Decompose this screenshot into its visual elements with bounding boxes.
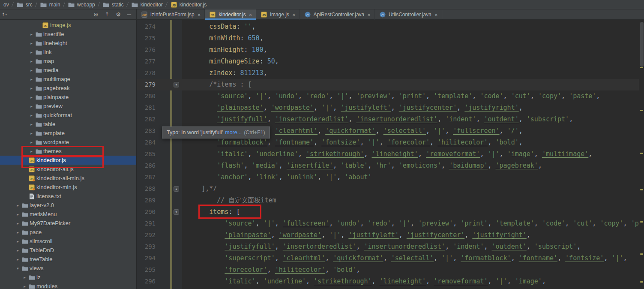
line-number: 295 bbox=[137, 264, 156, 276]
fold-marker-icon[interactable]: ▴ bbox=[174, 186, 179, 192]
breadcrumb-item[interactable]: src bbox=[14, 0, 35, 9]
tree-item-image.js[interactable]: JSimage.js bbox=[0, 21, 136, 30]
code-editor[interactable]: 274 cssData: '',275 minWidth: 650,276 mi… bbox=[137, 20, 644, 289]
folder-icon bbox=[16, 2, 24, 7]
chevron-right-icon[interactable]: ▸ bbox=[15, 257, 21, 262]
chevron-right-icon[interactable]: ▸ bbox=[28, 104, 35, 108]
tree-item-insertfile[interactable]: ▸insertfile bbox=[0, 30, 136, 39]
breadcrumb-item[interactable]: kindeditor bbox=[129, 0, 165, 9]
editor-tab[interactable]: JSPlzInfoPushForm.jsp× bbox=[137, 9, 205, 20]
line-number: 279 bbox=[137, 79, 156, 90]
editor-tab[interactable]: JSimage.js× bbox=[256, 9, 300, 20]
chevron-right-icon[interactable]: ▸ bbox=[28, 50, 35, 54]
editor-tab[interactable]: CUtilsController.java× bbox=[375, 9, 442, 20]
navigation-bar: ovsrcmainwebappstatickindeditorJSkindedi… bbox=[0, 0, 644, 9]
tree-item-quickformat[interactable]: ▸quickformat bbox=[0, 111, 136, 120]
chevron-right-icon[interactable]: ▸ bbox=[21, 275, 28, 280]
breadcrumb-item[interactable]: ov bbox=[1, 0, 11, 9]
tree-item-layer-v2.0[interactable]: ▸layer-v2.0 bbox=[0, 201, 136, 210]
breadcrumb-item[interactable]: main bbox=[38, 0, 63, 9]
chevron-right-icon[interactable]: ▸ bbox=[15, 221, 21, 226]
chevron-right-icon[interactable]: ▸ bbox=[15, 230, 21, 235]
chevron-right-icon[interactable]: ▸ bbox=[15, 239, 21, 244]
tree-item-map[interactable]: ▸map bbox=[0, 57, 136, 66]
chevron-right-icon[interactable]: ▸ bbox=[28, 32, 35, 36]
tree-item-media[interactable]: ▸media bbox=[0, 66, 136, 75]
folder-icon bbox=[35, 131, 42, 136]
close-tab-icon[interactable]: × bbox=[367, 12, 371, 18]
chevron-right-icon[interactable]: ▸ bbox=[28, 122, 35, 126]
chevron-down-icon[interactable]: ▾ bbox=[15, 266, 21, 271]
tree-item-kindeditor-all-min.js[interactable]: JSkindeditor-all-min.js bbox=[0, 174, 136, 183]
close-tab-icon[interactable]: × bbox=[249, 12, 252, 18]
chevron-right-icon[interactable]: ▸ bbox=[28, 140, 35, 144]
chevron-right-icon[interactable]: ▸ bbox=[21, 284, 28, 289]
breadcrumb-separator-icon bbox=[11, 2, 14, 7]
tree-item-slimscroll[interactable]: ▸slimscroll bbox=[0, 237, 136, 246]
chevron-right-icon[interactable]: ▸ bbox=[28, 131, 35, 135]
tooltip-more-link[interactable]: more... bbox=[225, 129, 242, 135]
editor-tab[interactable]: JSkindeditor.js× bbox=[205, 9, 256, 20]
project-selector[interactable]: t ▾ bbox=[3, 12, 7, 18]
chevron-right-icon[interactable]: ▸ bbox=[15, 212, 21, 217]
tree-item-pace[interactable]: ▸pace bbox=[0, 228, 136, 237]
fold-marker-icon[interactable]: ▾ bbox=[174, 82, 179, 87]
fold-marker-icon[interactable]: ▾ bbox=[174, 209, 179, 215]
tree-item-kindeditor-min.js[interactable]: JSkindeditor-min.js bbox=[0, 183, 136, 192]
tree-item-plainpaste[interactable]: ▸plainpaste bbox=[0, 93, 136, 102]
code-line: 294 'superscript', 'clearhtml', 'quickfo… bbox=[137, 253, 644, 264]
close-tab-icon[interactable]: × bbox=[198, 12, 201, 18]
chevron-right-icon[interactable]: ▸ bbox=[28, 95, 35, 99]
tree-item-modules[interactable]: ▸modules bbox=[0, 282, 136, 289]
tree-item-label: preview bbox=[43, 103, 63, 109]
breadcrumb-label: kindeditor.js bbox=[180, 2, 207, 8]
tree-item-views[interactable]: ▾views bbox=[0, 264, 136, 273]
breadcrumb-item[interactable]: JSkindeditor.js bbox=[168, 0, 209, 9]
svg-text:JS: JS bbox=[172, 3, 176, 6]
close-tab-icon[interactable]: × bbox=[292, 12, 296, 18]
tree-item-TableDnD[interactable]: ▸TableDnD bbox=[0, 246, 136, 255]
collapse-all-icon[interactable]: ↥ bbox=[105, 9, 109, 20]
js-file-icon: JS bbox=[170, 2, 178, 8]
folder-icon bbox=[21, 221, 29, 226]
tree-item-My97DatePicker[interactable]: ▸My97DatePicker bbox=[0, 219, 136, 228]
code-text: minHeight: 100, bbox=[182, 44, 267, 56]
tree-item-lineheight[interactable]: ▸lineheight bbox=[0, 39, 136, 48]
tree-item-wordpaste[interactable]: ▸wordpaste bbox=[0, 138, 136, 147]
chevron-right-icon[interactable]: ▸ bbox=[28, 113, 35, 117]
tree-item-preview[interactable]: ▸preview bbox=[0, 102, 136, 111]
chevron-right-icon[interactable]: ▸ bbox=[28, 77, 35, 81]
chevron-right-icon[interactable]: ▸ bbox=[15, 203, 21, 208]
line-number: 285 bbox=[137, 148, 156, 160]
chevron-right-icon[interactable]: ▸ bbox=[28, 68, 35, 72]
scrollbar-thumb[interactable] bbox=[640, 22, 644, 67]
locate-icon[interactable]: ⊗ bbox=[93, 9, 98, 20]
breadcrumb-item[interactable]: webapp bbox=[66, 0, 97, 9]
code-text: 'anchor', 'link', 'unlink', '|', 'about' bbox=[182, 172, 372, 183]
tree-item-label: kindeditor-min.js bbox=[36, 184, 77, 190]
hide-panel-icon[interactable]: ─ bbox=[127, 9, 131, 20]
line-number: 284 bbox=[137, 137, 156, 148]
chevron-right-icon[interactable]: ▸ bbox=[28, 41, 35, 45]
tree-item-pagebreak[interactable]: ▸pagebreak bbox=[0, 84, 136, 93]
close-tab-icon[interactable]: × bbox=[434, 12, 438, 18]
chevron-right-icon[interactable]: ▸ bbox=[28, 59, 35, 63]
breadcrumb-item[interactable]: static bbox=[100, 0, 126, 9]
editor-tab[interactable]: CApiRestController.java× bbox=[300, 9, 375, 20]
tree-item-metisMenu[interactable]: ▸metisMenu bbox=[0, 210, 136, 219]
tree-item-license.txt[interactable]: license.txt bbox=[0, 192, 136, 201]
breadcrumb-separator-icon bbox=[126, 2, 129, 7]
code-line: 278 zIndex: 811213, bbox=[137, 67, 644, 79]
settings-gear-icon[interactable]: ⚙ bbox=[116, 9, 121, 20]
tree-item-template[interactable]: ▸template bbox=[0, 129, 136, 138]
tree-item-lz[interactable]: ▸lz bbox=[0, 273, 136, 282]
tree-item-treeTable[interactable]: ▸treeTable bbox=[0, 255, 136, 264]
chevron-right-icon[interactable]: ▸ bbox=[28, 86, 35, 90]
code-line: 277 minChangeSize: 50, bbox=[137, 56, 644, 67]
tree-item-table[interactable]: ▸table bbox=[0, 120, 136, 129]
tree-item-multiimage[interactable]: ▸multiimage bbox=[0, 75, 136, 84]
error-stripe-mark bbox=[640, 221, 643, 223]
tree-item-link[interactable]: ▸link bbox=[0, 48, 136, 57]
error-stripe[interactable] bbox=[639, 20, 644, 289]
chevron-right-icon[interactable]: ▸ bbox=[15, 248, 21, 253]
